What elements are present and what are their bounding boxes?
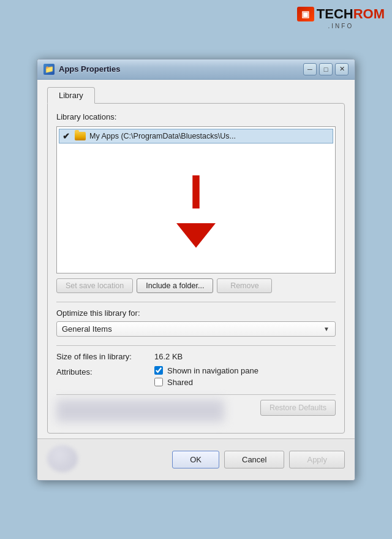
locations-list[interactable]: ✔ My Apps (C:\ProgramData\Bluestacks\Us.… [56, 126, 336, 273]
folder-icon [75, 132, 86, 140]
include-folder-button[interactable]: Include a folder... [137, 278, 213, 293]
location-path: My Apps (C:\ProgramData\Bluestacks\Us... [89, 132, 236, 140]
close-button[interactable]: ✕ [335, 63, 349, 75]
tab-library[interactable]: Library [47, 87, 95, 104]
tab-strip: Library [47, 87, 345, 104]
locations-label: Library locations: [56, 112, 336, 121]
button-row: Set save location Include a folder... Re… [56, 278, 336, 293]
dialog-footer: OK Cancel Apply [37, 438, 355, 480]
minimize-button[interactable]: ─ [303, 63, 317, 75]
separator-3 [56, 394, 336, 395]
footer-left [47, 445, 167, 474]
optimize-label: Optimize this library for: [56, 308, 336, 318]
apply-button[interactable]: Apply [289, 451, 345, 468]
nav-pane-checkbox[interactable] [154, 366, 163, 375]
blurred-content [56, 400, 224, 422]
watermark: ▣ TECHROM .INFO [297, 6, 385, 29]
cancel-button[interactable]: Cancel [224, 451, 284, 468]
watermark-text: TECHROM [317, 6, 385, 22]
dialog-title: Apps Properties [59, 64, 303, 74]
shared-checkbox[interactable] [154, 378, 163, 386]
title-bar-icon: 📁 [43, 64, 55, 75]
separator-2 [56, 345, 336, 346]
attributes-checkboxes: Shown in navigation pane Shared [154, 366, 258, 387]
attributes-label: Attributes: [56, 367, 154, 377]
remove-button[interactable]: Remove [217, 278, 272, 293]
title-bar-controls: ─ □ ✕ [303, 63, 349, 75]
size-value: 16.2 KB [154, 352, 183, 361]
nav-pane-label: Shown in navigation pane [167, 366, 258, 375]
size-label: Size of files in library: [56, 352, 154, 361]
checkmark-icon: ✔ [62, 131, 70, 141]
title-bar: 📁 Apps Properties ─ □ ✕ [37, 59, 355, 80]
footer-avatar-blob [47, 445, 78, 472]
shared-label: Shared [167, 378, 193, 387]
optimize-dropdown-wrapper: General Items Documents Music Pictures V… [56, 321, 336, 337]
optimize-dropdown[interactable]: General Items Documents Music Pictures V… [56, 321, 336, 337]
bottom-area: Restore Defaults [56, 400, 336, 422]
maximize-button[interactable]: □ [319, 63, 333, 75]
size-row: Size of files in library: 16.2 KB [56, 352, 336, 361]
attributes-row: Attributes: Shown in navigation pane Sha… [56, 366, 336, 387]
list-and-arrow-container: ✔ My Apps (C:\ProgramData\Bluestacks\Us.… [56, 126, 336, 273]
watermark-logo-icon: ▣ [297, 7, 314, 21]
shared-checkbox-label[interactable]: Shared [154, 378, 258, 387]
dialog-body: Library Library locations: ✔ My Apps (C:… [37, 80, 355, 438]
separator-1 [56, 302, 336, 302]
tab-content: Library locations: ✔ My Apps (C:\Program… [47, 103, 345, 434]
ok-button[interactable]: OK [172, 451, 219, 468]
dialog-window: 📁 Apps Properties ─ □ ✕ Library Library … [37, 59, 355, 481]
restore-defaults-button[interactable]: Restore Defaults [260, 400, 336, 416]
set-save-location-button[interactable]: Set save location [56, 278, 133, 293]
watermark-info: .INFO [297, 23, 385, 29]
nav-pane-checkbox-label[interactable]: Shown in navigation pane [154, 366, 258, 375]
location-item: ✔ My Apps (C:\ProgramData\Bluestacks\Us.… [59, 129, 333, 143]
